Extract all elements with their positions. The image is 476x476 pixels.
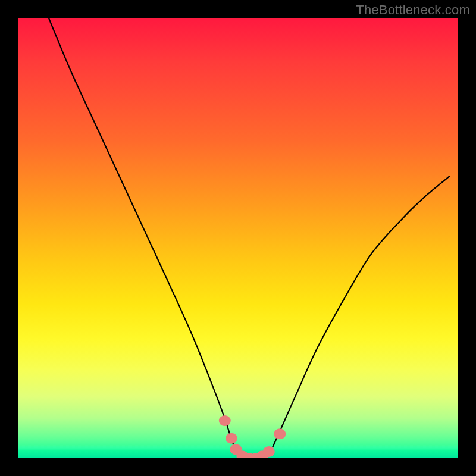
- plot-area: [18, 18, 458, 458]
- bottleneck-curve-svg: [18, 18, 458, 458]
- bottleneck-curve-line: [49, 18, 449, 458]
- curve-marker-0: [219, 415, 231, 426]
- figure-frame: TheBottleneck.com: [0, 0, 476, 476]
- watermark-label: TheBottleneck.com: [356, 2, 470, 18]
- green-band-accent: [18, 434, 458, 458]
